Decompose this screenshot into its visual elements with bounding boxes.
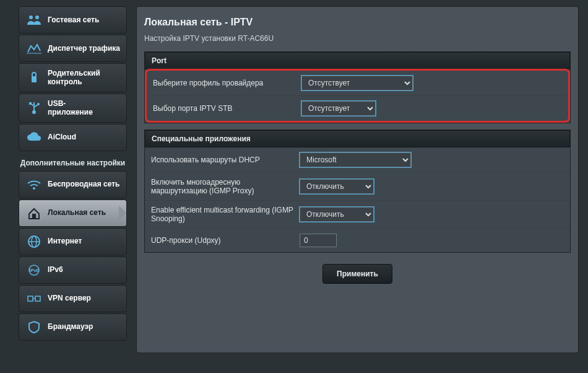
highlighted-port-settings: Выберите профиль провайдера Отсутствует …: [145, 69, 570, 123]
svg-point-1: [35, 15, 39, 19]
usb-icon: [25, 100, 43, 115]
iptv-stb-port-row: Выбор порта IPTV STB Отсутствует: [147, 96, 568, 121]
cloud-icon: [25, 130, 43, 145]
main-content: Локальная сеть - IPTV Настройка IPTV уст…: [127, 6, 588, 353]
special-apps-header: Специальные приложения: [145, 130, 570, 147]
svg-rect-17: [28, 296, 33, 301]
nav-label: Локальная сеть: [48, 208, 106, 217]
sidebar-item-wireless[interactable]: Беспроводная сеть: [19, 171, 127, 198]
sidebar-item-usb-app[interactable]: USB- приложение: [19, 94, 127, 123]
sidebar-item-vpn[interactable]: VPN сервер: [19, 285, 127, 312]
sidebar-item-guest-network[interactable]: Гостевая сеть: [19, 6, 127, 33]
sidebar-item-firewall[interactable]: Брандмауэр: [19, 314, 127, 341]
svg-point-9: [37, 103, 40, 105]
sidebar-item-wan[interactable]: Интернет: [19, 228, 127, 255]
sidebar-item-ipv6[interactable]: IPv6 IPv6: [19, 257, 127, 284]
nav-label: Беспроводная сеть: [48, 180, 119, 188]
svg-point-0: [29, 15, 33, 19]
svg-rect-18: [35, 296, 40, 301]
sidebar-item-aicloud[interactable]: AiCloud: [19, 124, 127, 151]
iptv-stb-port-label: Выбор порта IPTV STB: [153, 104, 301, 113]
ipv6-icon: IPv6: [25, 263, 43, 278]
nav-label: IPv6: [48, 265, 63, 274]
nav-label: USB- приложение: [48, 99, 93, 117]
udpxy-row: UDP-прокси (Udpxy): [145, 229, 570, 252]
dhcp-routes-label: Использовать маршруты DHCP: [151, 156, 300, 164]
vpn-icon: [25, 291, 43, 306]
igmp-snooping-label: Enable efficient multicast forwarding (I…: [151, 206, 300, 223]
igmp-snooping-row: Enable efficient multicast forwarding (I…: [145, 201, 570, 229]
sidebar-item-parental-control[interactable]: Родительский контроль: [19, 63, 127, 92]
wifi-icon: [25, 177, 43, 192]
apply-button[interactable]: Применить: [322, 264, 392, 284]
special-apps-section: Специальные приложения Использовать марш…: [144, 129, 571, 253]
firewall-icon: [25, 320, 43, 335]
iptv-stb-port-select[interactable]: Отсутствует: [301, 101, 376, 116]
udpxy-label: UDP-прокси (Udpxy): [151, 236, 300, 245]
lan-icon: [25, 206, 43, 221]
nav-label: Гостевая сеть: [48, 15, 99, 24]
igmp-snooping-select[interactable]: Отключить: [300, 207, 374, 222]
svg-rect-8: [29, 102, 32, 105]
nav-label: Брандмауэр: [48, 322, 93, 331]
sidebar-section-title: Дополнительные настройки: [19, 152, 127, 171]
nav-label: AiCloud: [48, 133, 76, 141]
guests-icon: [25, 12, 43, 27]
dhcp-routes-select[interactable]: Microsoft: [300, 152, 411, 167]
nav-label: Родительский контроль: [48, 69, 120, 87]
page-subtitle: Настройка IPTV установки RT-AC66U: [144, 34, 571, 51]
globe-icon: [25, 234, 43, 249]
svg-rect-11: [32, 214, 36, 219]
svg-point-10: [33, 187, 35, 190]
port-section: Port Выберите профиль провайдера Отсутст…: [144, 51, 571, 123]
page-title: Локальная сеть - IPTV: [144, 14, 571, 34]
traffic-icon: [25, 41, 43, 56]
igmp-proxy-label: Включить многоадресную маршрутизацию (IG…: [151, 178, 300, 195]
svg-text:IPv6: IPv6: [30, 268, 39, 273]
igmp-proxy-row: Включить многоадресную маршрутизацию (IG…: [145, 173, 570, 201]
dhcp-routes-row: Использовать маршруты DHCP Microsoft: [145, 147, 570, 173]
nav-label: Диспетчер трафика: [48, 44, 120, 53]
sidebar: Гостевая сеть Диспетчер трафика Родитель…: [19, 6, 127, 353]
igmp-proxy-select[interactable]: Отключить: [300, 179, 374, 194]
settings-panel: Локальная сеть - IPTV Настройка IPTV уст…: [136, 6, 579, 353]
sidebar-item-traffic-manager[interactable]: Диспетчер трафика: [19, 35, 127, 62]
sidebar-item-lan[interactable]: Локальная сеть: [19, 200, 127, 227]
svg-rect-3: [32, 76, 37, 82]
isp-profile-select[interactable]: Отсутствует: [301, 76, 413, 90]
nav-label: VPN сервер: [48, 294, 91, 302]
isp-profile-label: Выберите профиль провайдера: [153, 79, 301, 87]
isp-profile-row: Выберите профиль провайдера Отсутствует: [147, 71, 568, 96]
udpxy-input[interactable]: [300, 234, 337, 247]
port-section-header: Port: [145, 52, 570, 69]
parental-icon: [25, 70, 43, 85]
nav-label: Интернет: [48, 237, 82, 245]
